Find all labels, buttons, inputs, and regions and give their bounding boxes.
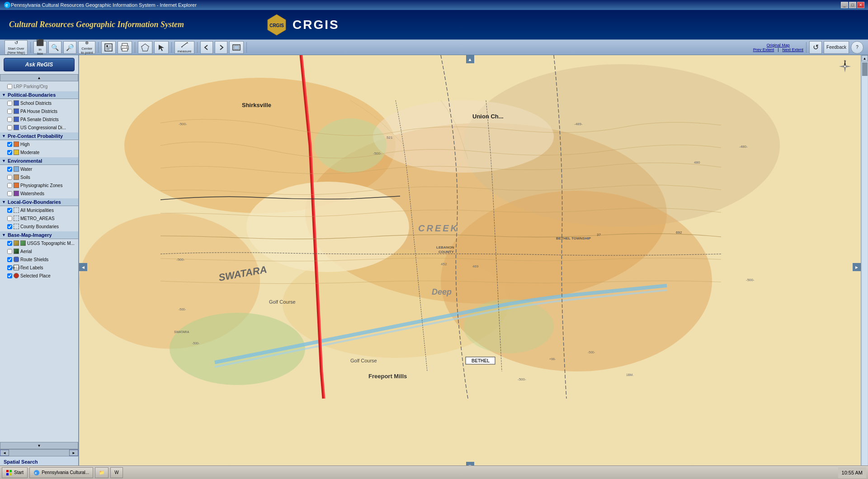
feedback-label: Feedback bbox=[826, 45, 846, 50]
right-scrollbar[interactable]: ▲ ▼ bbox=[861, 55, 868, 479]
moderate-checkbox[interactable] bbox=[7, 150, 12, 155]
svg-rect-4 bbox=[105, 44, 112, 51]
ask-regis-button[interactable]: Ask ReGIS bbox=[4, 58, 75, 71]
toolbar-separator-7 bbox=[806, 42, 807, 53]
map-container[interactable]: ◄ ► ▲ ▼ N bbox=[79, 55, 861, 479]
us-congressional-label: US Congressional Di... bbox=[20, 125, 66, 130]
pre-contact-header[interactable]: ▼ Pre-Contact Probability bbox=[0, 132, 78, 140]
prev-extent-link[interactable]: Prev Extent bbox=[753, 47, 774, 52]
county-boundaries-swatch bbox=[14, 224, 19, 229]
feedback-button[interactable]: Feedback bbox=[824, 41, 849, 54]
svg-text:Union Ch...: Union Ch... bbox=[472, 113, 504, 120]
sidebar-scroll-up[interactable]: ▲ bbox=[0, 74, 78, 81]
selected-place-checkbox[interactable] bbox=[7, 273, 12, 278]
base-map-header[interactable]: ▼ Base-Map-Imagery bbox=[0, 231, 78, 239]
sidebar-left-scroll[interactable]: ◄ bbox=[0, 450, 9, 456]
lrp-parking-label: LRP Parking/Org bbox=[14, 84, 47, 89]
pa-senate-districts-label: PA Senate Districts bbox=[20, 117, 59, 122]
scrollbar-up[interactable]: ▲ bbox=[862, 55, 868, 61]
select-polygon-button[interactable] bbox=[138, 41, 152, 54]
map-nav-left[interactable]: ◄ bbox=[79, 263, 87, 271]
base-map-arrow: ▼ bbox=[2, 233, 6, 237]
water-checkbox[interactable] bbox=[7, 167, 12, 172]
original-map-link[interactable]: Original Map bbox=[767, 43, 790, 47]
toolbar-separator-1 bbox=[30, 42, 31, 53]
select-point-button[interactable] bbox=[154, 41, 169, 54]
moderate-label: Moderate bbox=[20, 150, 39, 155]
svg-text:+98-: +98- bbox=[549, 357, 556, 361]
close-btn[interactable]: ✕ bbox=[857, 2, 864, 8]
svg-rect-71 bbox=[6, 473, 9, 475]
lrp-parking-checkbox[interactable] bbox=[7, 84, 12, 89]
nav-forward-button[interactable] bbox=[215, 41, 227, 54]
nav-back-button[interactable] bbox=[200, 41, 213, 54]
ie-taskbar-btn[interactable]: e Pennsylvania Cultural... bbox=[29, 467, 93, 478]
local-gov-arrow: ▼ bbox=[2, 200, 6, 204]
environmental-label: Environmental bbox=[8, 158, 42, 164]
text-labels-label: Text Labels bbox=[20, 265, 43, 270]
us-congressional-checkbox[interactable] bbox=[7, 125, 12, 130]
svg-text:-500-: -500- bbox=[746, 278, 755, 282]
measure-button[interactable]: measure bbox=[175, 41, 194, 54]
map-nav-top[interactable]: ▲ bbox=[466, 55, 474, 63]
word-taskbar-btn[interactable]: W bbox=[110, 467, 123, 478]
county-boundaries-checkbox[interactable] bbox=[7, 224, 12, 229]
local-gov-label: Local-Gov-Boundaries bbox=[8, 199, 61, 205]
soils-checkbox[interactable] bbox=[7, 175, 12, 180]
identify-icon bbox=[104, 43, 113, 52]
next-extent-link[interactable]: Next Extent bbox=[783, 47, 804, 52]
high-checkbox[interactable] bbox=[7, 142, 12, 147]
metro-areas-checkbox[interactable] bbox=[7, 216, 12, 221]
full-extent-icon bbox=[232, 44, 241, 51]
route-shields-checkbox[interactable] bbox=[7, 257, 12, 262]
refresh-button[interactable]: ↺ bbox=[809, 41, 822, 54]
zoom-out-button[interactable]: 🔎 bbox=[63, 41, 76, 54]
svg-text:CREEK: CREEK bbox=[418, 223, 459, 233]
minimize-btn[interactable]: _ bbox=[841, 2, 848, 8]
pa-senate-districts-checkbox[interactable] bbox=[7, 117, 12, 122]
water-label: Water bbox=[20, 167, 32, 172]
scrollbar-track[interactable] bbox=[862, 61, 868, 473]
start-over-button[interactable]: ↺ Start Over(New Map) bbox=[5, 40, 28, 55]
center-to-point-button[interactable]: ⊕ Centerto point bbox=[78, 41, 95, 54]
print-button[interactable] bbox=[118, 41, 132, 54]
soils-label: Soils bbox=[20, 175, 30, 180]
zoom-box-in-button[interactable]: ⬛ inbox bbox=[33, 41, 47, 54]
environmental-header[interactable]: ▼ Environmental bbox=[0, 157, 78, 165]
aerial-checkbox[interactable] bbox=[7, 249, 12, 254]
svg-text:e: e bbox=[5, 3, 8, 8]
toolbar-separator-6 bbox=[246, 42, 247, 53]
sidebar-scroll-down[interactable]: ▼ bbox=[0, 442, 78, 449]
physiographic-zones-checkbox[interactable] bbox=[7, 183, 12, 188]
app-logo: CRGIS CRGIS bbox=[265, 14, 340, 36]
logo-text: CRGIS bbox=[292, 18, 340, 32]
svg-point-23 bbox=[844, 65, 846, 67]
local-gov-header[interactable]: ▼ Local-Gov-Boundaries bbox=[0, 198, 78, 206]
pa-house-districts-checkbox[interactable] bbox=[7, 109, 12, 114]
nav-forward-icon bbox=[217, 44, 225, 51]
zoom-in-button[interactable]: 🔍 bbox=[48, 41, 61, 54]
window-title: Pennsylvania Cultural Resources Geograph… bbox=[11, 2, 197, 8]
help-button[interactable]: ? bbox=[851, 41, 863, 54]
watersheds-checkbox[interactable] bbox=[7, 191, 12, 196]
scrollbar-thumb[interactable] bbox=[862, 62, 868, 76]
usgs-topo-item: USGS Topographic M... bbox=[0, 239, 78, 247]
usgs-topo-checkbox[interactable] bbox=[7, 241, 12, 246]
school-districts-checkbox[interactable] bbox=[7, 101, 12, 106]
folder-taskbar-btn[interactable]: 📁 bbox=[95, 467, 108, 478]
measure-icon bbox=[180, 42, 189, 48]
restore-btn[interactable]: □ bbox=[849, 2, 856, 8]
map-nav-right[interactable]: ► bbox=[853, 263, 861, 271]
political-boundaries-arrow: ▼ bbox=[2, 93, 6, 97]
political-boundaries-header[interactable]: ▼ Political-Boundaries bbox=[0, 91, 78, 99]
identify-button[interactable] bbox=[101, 41, 116, 54]
svg-text:-500-: -500- bbox=[588, 351, 595, 354]
svg-text:BETHEL TOWNSHIP: BETHEL TOWNSHIP bbox=[556, 236, 591, 240]
sidebar-right-scroll[interactable]: ► bbox=[69, 450, 78, 456]
svg-text:Golf Course: Golf Course bbox=[350, 358, 377, 363]
svg-point-35 bbox=[314, 118, 387, 173]
political-boundaries-label: Political-Boundaries bbox=[8, 92, 56, 98]
full-extent-button[interactable] bbox=[229, 41, 244, 54]
start-taskbar-btn[interactable]: Start bbox=[2, 467, 28, 478]
all-municipalities-checkbox[interactable] bbox=[7, 208, 12, 213]
